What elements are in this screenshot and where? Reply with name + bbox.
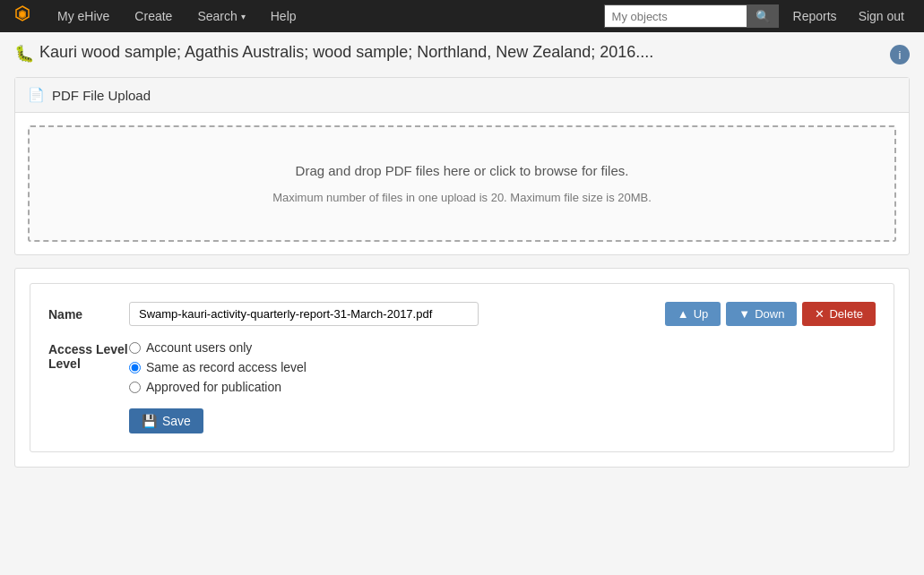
- down-icon: ▼: [738, 307, 750, 321]
- name-group: Name: [48, 302, 665, 326]
- search-bar: 🔍: [604, 4, 779, 28]
- pdf-upload-body: Drag and drop PDF files here or click to…: [15, 113, 909, 254]
- access-level-label: Access Level Level: [48, 340, 129, 371]
- radio-account-users-label: Account users only: [146, 340, 252, 355]
- delete-label: Delete: [829, 307, 863, 321]
- drop-main-text: Drag and drop PDF files here or click to…: [47, 163, 877, 178]
- radio-approved-publication-label: Approved for publication: [146, 380, 281, 394]
- page-title-row: 🐛 Kauri wood sample; Agathis Australis; …: [14, 43, 910, 64]
- pdf-upload-title: PDF File Upload: [52, 88, 151, 103]
- nav-create[interactable]: Create: [124, 4, 183, 29]
- save-icon: 💾: [142, 414, 157, 428]
- file-entry-actions: ▲ Up ▼ Down ✕ Delete: [665, 302, 876, 326]
- radio-same-as-record-input[interactable]: [129, 362, 141, 373]
- radio-same-as-record-label: Same as record access level: [146, 360, 307, 374]
- nav-my-ehive[interactable]: My eHive: [47, 4, 120, 29]
- brand-logo[interactable]: [9, 4, 36, 29]
- name-input[interactable]: [129, 302, 479, 326]
- radio-account-users-input[interactable]: [129, 342, 141, 354]
- nav-search-label: Search: [197, 9, 237, 23]
- name-label: Name: [48, 307, 129, 322]
- search-input[interactable]: [604, 4, 747, 28]
- radio-same-as-record[interactable]: Same as record access level: [129, 360, 307, 374]
- file-entry-form: Name Access Level Level Account users on…: [48, 302, 665, 433]
- radio-options: Account users only Same as record access…: [129, 340, 307, 394]
- drop-zone[interactable]: Drag and drop PDF files here or click to…: [28, 125, 896, 242]
- page-content: 🐛 Kauri wood sample; Agathis Australis; …: [0, 32, 924, 478]
- radio-approved-publication-input[interactable]: [129, 382, 141, 393]
- drop-sub-text: Maximum number of files in one upload is…: [47, 191, 877, 204]
- action-btn-row: ▲ Up ▼ Down ✕ Delete: [665, 302, 876, 326]
- save-label: Save: [162, 414, 191, 428]
- nav-right: Reports Sign out: [782, 4, 915, 29]
- radio-approved-publication[interactable]: Approved for publication: [129, 380, 307, 394]
- search-button[interactable]: 🔍: [747, 4, 779, 28]
- pdf-upload-header: 📄 PDF File Upload: [15, 78, 909, 113]
- down-button[interactable]: ▼ Down: [726, 302, 797, 326]
- navbar: My eHive Create Search ▾ Help 🔍 Reports …: [0, 0, 924, 32]
- pdf-file-icon: 📄: [28, 87, 45, 103]
- up-label: Up: [694, 307, 709, 321]
- up-icon: ▲: [678, 307, 689, 321]
- file-entry-inner: Name Access Level Level Account users on…: [30, 283, 894, 452]
- save-button[interactable]: 💾 Save: [129, 408, 203, 433]
- bug-icon: 🐛: [14, 44, 34, 64]
- nav-search-dropdown[interactable]: Search ▾: [186, 4, 255, 29]
- access-level-group: Access Level Level Account users only Sa…: [48, 340, 665, 394]
- nav-reports[interactable]: Reports: [782, 4, 848, 29]
- access-level-sub-label: Level: [48, 356, 129, 371]
- radio-account-users[interactable]: Account users only: [129, 340, 307, 355]
- nav-help[interactable]: Help: [260, 4, 307, 29]
- pdf-upload-panel: 📄 PDF File Upload Drag and drop PDF file…: [14, 77, 910, 255]
- delete-button[interactable]: ✕ Delete: [802, 302, 876, 326]
- info-icon[interactable]: i: [890, 45, 910, 64]
- up-button[interactable]: ▲ Up: [665, 302, 721, 326]
- chevron-down-icon: ▾: [241, 12, 246, 21]
- page-title: 🐛 Kauri wood sample; Agathis Australis; …: [14, 43, 890, 64]
- svg-point-3: [20, 12, 25, 17]
- file-entry-panel: Name Access Level Level Account users on…: [14, 268, 910, 468]
- nav-signout[interactable]: Sign out: [848, 4, 915, 29]
- delete-icon: ✕: [815, 307, 825, 321]
- down-label: Down: [755, 307, 784, 321]
- page-title-text: Kauri wood sample; Agathis Australis; wo…: [39, 43, 653, 62]
